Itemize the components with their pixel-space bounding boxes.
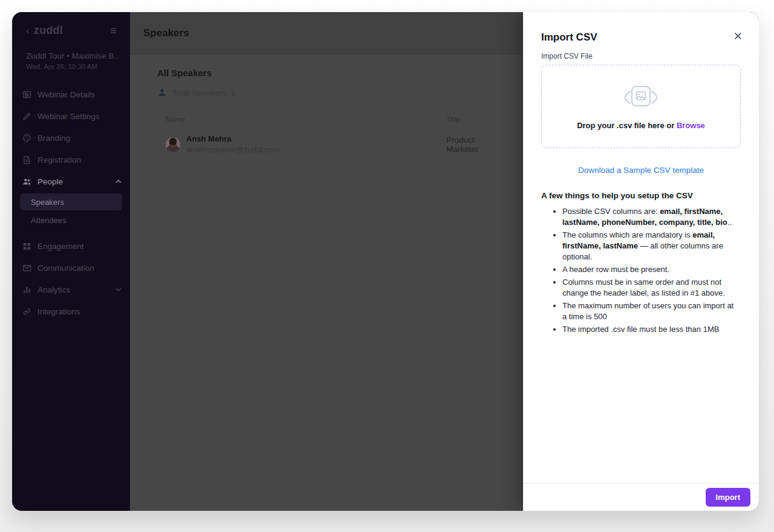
download-sample-csv-link[interactable]: Download a Sample CSV template xyxy=(541,166,741,175)
photos-stack-icon xyxy=(621,84,661,115)
analytics-icon xyxy=(22,285,31,294)
sidebar-item-label: Integrations xyxy=(37,307,122,316)
branding-icon xyxy=(22,134,31,143)
drop-text: Drop your .csv file here or xyxy=(577,121,674,130)
table-header: Name Title xyxy=(157,115,505,124)
event-info: Zuddl Tour • Maximise B... Wed, Apr 26, … xyxy=(12,37,130,70)
csv-help-item: The imported .csv file must be less than… xyxy=(562,324,740,335)
registration-icon xyxy=(22,155,31,164)
column-header-title: Title xyxy=(446,115,505,124)
modal-title: Import CSV xyxy=(541,27,597,44)
sidebar-nav: Webinar Details Webinar Settings Brandin… xyxy=(12,83,130,322)
csv-help-item: The columns which are mandatory is email… xyxy=(562,230,740,262)
sidebar-item-label: Communication xyxy=(37,264,122,273)
main-content: Speakers All Speakers Total Speakers: 1 … xyxy=(130,12,523,511)
column-header-name: Name xyxy=(166,115,446,124)
sidebar-item-label: Branding xyxy=(37,134,122,143)
sidebar-item-communication[interactable]: Communication xyxy=(12,257,130,279)
sidebar-item-branding[interactable]: Branding xyxy=(12,127,130,149)
integrations-icon xyxy=(22,307,31,316)
sidebar-item-analytics[interactable]: Analytics xyxy=(12,279,130,300)
sidebar-subitem-attendees[interactable]: Attendees xyxy=(20,212,122,229)
close-icon[interactable] xyxy=(731,29,744,42)
chevron-up-icon xyxy=(115,180,122,183)
modal-header: Import CSV xyxy=(541,27,741,44)
page-title: Speakers xyxy=(143,27,189,39)
total-speakers-label: Total Speakers: 1 xyxy=(172,88,235,97)
sidebar-subitem-speakers[interactable]: Speakers xyxy=(20,193,122,210)
sidebar-subitem-label: Speakers xyxy=(31,198,64,207)
nav-gap xyxy=(12,230,130,235)
communication-icon xyxy=(22,264,31,273)
import-button[interactable]: Import xyxy=(706,488,750,507)
sidebar-item-label: Analytics xyxy=(37,285,109,294)
sidebar: ‹ zuddl ≡ Zuddl Tour • Maximise B... Wed… xyxy=(12,12,130,511)
app-window: ‹ zuddl ≡ Zuddl Tour • Maximise B... Wed… xyxy=(12,12,759,511)
sidebar-item-label: Webinar Settings xyxy=(37,112,122,121)
sidebar-item-registration[interactable]: Registration xyxy=(12,149,130,170)
avatar xyxy=(166,137,180,152)
csv-help-list: Possible CSV columns are: email, firstNa… xyxy=(541,206,741,335)
speakers-panel: All Speakers Total Speakers: 1 Name Titl… xyxy=(130,54,523,154)
logo-text: zuddl xyxy=(34,24,63,37)
sidebar-subitem-label: Attendees xyxy=(31,216,67,225)
webinar-details-icon xyxy=(22,90,31,99)
modal-footer: Import xyxy=(523,483,759,511)
speaker-name-cell: Ansh Mehra ansh+speaker@zuddl.com xyxy=(186,134,446,154)
person-icon xyxy=(157,88,167,97)
sidebar-item-engagement[interactable]: Engagement xyxy=(12,235,130,257)
engagement-icon xyxy=(22,242,31,251)
speakers-table: Name Title Ansh Mehra ansh+speaker@zuddl… xyxy=(157,115,505,154)
import-csv-modal: Import CSV Import CSV File xyxy=(523,12,759,511)
hamburger-menu-icon[interactable]: ≡ xyxy=(110,25,117,36)
speaker-title: Product Marketer xyxy=(446,135,505,154)
browse-link[interactable]: Browse xyxy=(677,121,705,130)
chevron-down-icon xyxy=(115,288,122,291)
sidebar-header: ‹ zuddl ≡ xyxy=(12,12,130,37)
event-datetime: Wed, Apr 26, 10:30 AM xyxy=(26,63,119,70)
csv-help-heading: A few things to help you setup the CSV xyxy=(541,191,741,200)
drop-instruction: Drop your .csv file here or Browse xyxy=(577,121,705,130)
total-speakers: Total Speakers: 1 xyxy=(157,88,505,97)
logo[interactable]: ‹ zuddl xyxy=(26,24,63,37)
back-chevron-icon[interactable]: ‹ xyxy=(26,25,30,36)
modal-body: Import CSV Import CSV File xyxy=(523,12,759,483)
sidebar-item-label: Engagement xyxy=(37,242,122,251)
section-title: All Speakers xyxy=(157,68,505,78)
sidebar-item-webinar-settings[interactable]: Webinar Settings xyxy=(12,105,130,127)
csv-help-item: Columns must be in same order and must n… xyxy=(562,277,740,299)
csv-dropzone[interactable]: Drop your .csv file here or Browse xyxy=(541,65,741,148)
sidebar-item-label: Webinar Details xyxy=(37,90,122,99)
table-row[interactable]: Ansh Mehra ansh+speaker@zuddl.com Produc… xyxy=(157,134,505,154)
speaker-name: Ansh Mehra xyxy=(186,134,446,143)
webinar-settings-icon xyxy=(22,112,31,121)
sidebar-item-label: People xyxy=(37,177,109,186)
csv-help-item: Possible CSV columns are: email, firstNa… xyxy=(562,206,740,228)
import-csv-file-label: Import CSV File xyxy=(541,52,741,60)
page-header: Speakers xyxy=(130,12,523,54)
sidebar-item-integrations[interactable]: Integrations xyxy=(12,300,130,322)
sidebar-item-webinar-details[interactable]: Webinar Details xyxy=(12,83,130,105)
sidebar-item-label: Registration xyxy=(37,155,122,164)
speaker-email: ansh+speaker@zuddl.com xyxy=(186,145,446,154)
sidebar-item-people[interactable]: People xyxy=(12,170,130,192)
event-title: Zuddl Tour • Maximise B... xyxy=(26,51,119,60)
csv-help-item: A header row must be present. xyxy=(562,264,740,275)
csv-help-item: The maximum number of users you can impo… xyxy=(562,300,740,322)
people-icon xyxy=(22,177,31,186)
